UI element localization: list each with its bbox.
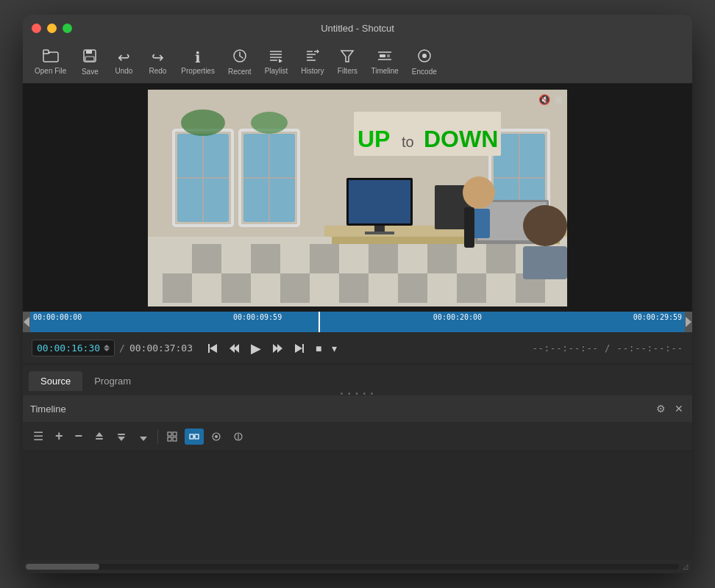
toolbar-filters[interactable]: Filters xyxy=(331,46,363,78)
maximize-button[interactable] xyxy=(63,24,72,33)
svg-rect-5 xyxy=(85,57,94,61)
timecode-down-arrow[interactable] xyxy=(104,348,110,351)
svg-marker-73 xyxy=(686,317,691,327)
skip-to-end-button[interactable] xyxy=(290,340,309,356)
skip-to-start-button[interactable] xyxy=(203,340,222,356)
zoom-icon[interactable]: ⊞ xyxy=(555,94,563,105)
svg-rect-61 xyxy=(365,232,394,234)
timeline-center-playhead-button[interactable] xyxy=(229,429,248,445)
video-area: UP to DOWN xyxy=(23,84,692,312)
toolbar-redo[interactable]: ↪ Redo xyxy=(141,47,174,78)
svg-marker-84 xyxy=(118,437,125,441)
svg-rect-33 xyxy=(221,273,251,303)
save-label: Save xyxy=(82,68,99,76)
resize-corner-icon[interactable]: ⊿ xyxy=(682,562,689,572)
timeline-snap-button[interactable] xyxy=(185,429,204,445)
svg-line-8 xyxy=(240,56,243,58)
scroll-track[interactable] xyxy=(26,564,679,570)
svg-rect-83 xyxy=(96,438,103,440)
toolbar-properties[interactable]: ℹ Properties xyxy=(175,47,221,78)
timeline-append-button[interactable] xyxy=(134,429,153,445)
scrubber-bar[interactable]: 00:00:00:00 00:00:09:59 00:00:20:00 00:0… xyxy=(23,312,692,332)
close-button[interactable] xyxy=(32,24,41,33)
stop-button[interactable]: ■ xyxy=(312,340,325,356)
toolbar-history[interactable]: History xyxy=(295,46,330,78)
svg-rect-21 xyxy=(387,54,390,57)
window-title: Untitled - Shotcut xyxy=(321,23,394,34)
svg-rect-87 xyxy=(168,432,171,436)
video-frame[interactable]: UP to DOWN xyxy=(148,90,567,306)
timeline-settings-icon[interactable]: ⚙ xyxy=(655,401,667,416)
svg-point-24 xyxy=(422,54,427,58)
scrubber-end-arrow[interactable] xyxy=(685,312,692,332)
minimize-button[interactable] xyxy=(47,24,57,33)
svg-point-65 xyxy=(463,176,495,209)
encode-icon xyxy=(417,49,432,65)
open-file-label: Open File xyxy=(35,67,66,75)
timecode-display[interactable]: 00:00:16:30 xyxy=(32,340,115,356)
timecode-up-arrow[interactable] xyxy=(104,345,110,348)
redo-label: Redo xyxy=(149,67,166,75)
svg-text:DOWN: DOWN xyxy=(424,126,498,152)
svg-point-67 xyxy=(523,205,567,246)
timeline-lift-button[interactable] xyxy=(90,429,109,445)
playhead[interactable] xyxy=(319,312,320,332)
toolbar-undo[interactable]: ↩ Undo xyxy=(107,47,140,78)
rewind-button[interactable] xyxy=(225,340,244,356)
timeline-grid-button[interactable] xyxy=(163,429,182,445)
main-toolbar: Open File Save ↩ Undo ↪ Redo ℹ Pr xyxy=(23,41,692,84)
filters-icon xyxy=(340,49,355,65)
timecode-spinner[interactable] xyxy=(104,345,110,351)
mute-icon[interactable]: 🔇 xyxy=(538,94,550,105)
fast-forward-button[interactable] xyxy=(268,340,287,356)
scroll-thumb[interactable] xyxy=(26,564,99,570)
filters-label: Filters xyxy=(338,67,358,75)
timeline-menu-button[interactable]: ☰ xyxy=(29,426,48,446)
timeline-tracks[interactable] xyxy=(23,451,692,560)
play-button[interactable]: ▶ xyxy=(247,338,265,359)
timeline-close-icon[interactable]: ✕ xyxy=(673,401,685,416)
redo-icon: ↪ xyxy=(152,50,164,65)
timeline-label: Timeline xyxy=(371,67,398,75)
time-label-0: 00:00:00:00 xyxy=(33,313,82,321)
svg-rect-2 xyxy=(43,50,49,54)
svg-rect-88 xyxy=(173,432,177,436)
svg-text:UP: UP xyxy=(358,126,390,152)
timeline-add-track-button[interactable]: + xyxy=(51,426,68,447)
loop-button[interactable]: ▾ xyxy=(328,340,341,356)
scrubber-start-arrow[interactable] xyxy=(23,312,30,332)
svg-marker-79 xyxy=(277,344,282,353)
toolbar-timeline[interactable]: Timeline xyxy=(365,46,404,78)
svg-rect-90 xyxy=(173,437,177,441)
toolbar-playlist[interactable]: Playlist xyxy=(259,46,294,78)
open-file-icon xyxy=(43,49,59,65)
svg-rect-35 xyxy=(339,273,369,303)
playlist-label: Playlist xyxy=(265,67,288,75)
recent-icon xyxy=(232,49,247,65)
timeline-ripple-button[interactable] xyxy=(207,429,226,445)
svg-point-71 xyxy=(251,112,288,134)
svg-marker-86 xyxy=(140,437,147,441)
timeline-overwrite-button[interactable] xyxy=(112,429,131,445)
transport-bar: 00:00:16:30 / 00:00:37:03 xyxy=(23,332,692,365)
timeline-remove-track-button[interactable]: − xyxy=(71,426,88,447)
time-labels: 00:00:00:00 00:00:09:59 00:00:20:00 00:0… xyxy=(30,313,685,321)
tabs-bar: Source Program xyxy=(23,365,692,391)
svg-rect-28 xyxy=(251,244,280,273)
toolbar-recent[interactable]: Recent xyxy=(222,46,257,79)
tab-program[interactable]: Program xyxy=(82,371,143,391)
toolbar-encode[interactable]: Encode xyxy=(406,46,443,79)
total-timecode: 00:00:37:03 xyxy=(129,343,193,354)
svg-rect-89 xyxy=(168,437,171,441)
timeline-icon xyxy=(377,49,393,65)
svg-marker-80 xyxy=(295,344,302,353)
toolbar-save[interactable]: Save xyxy=(74,46,106,79)
timeline-scroll: ⊿ xyxy=(23,560,692,573)
scrubber-content[interactable]: 00:00:00:00 00:00:09:59 00:00:20:00 00:0… xyxy=(30,312,685,332)
titlebar: Untitled - Shotcut xyxy=(23,15,692,41)
properties-label: Properties xyxy=(181,67,215,75)
svg-rect-36 xyxy=(398,273,427,303)
toolbar-open-file[interactable]: Open File xyxy=(29,46,72,78)
tab-source[interactable]: Source xyxy=(29,371,82,391)
svg-rect-30 xyxy=(369,244,398,273)
